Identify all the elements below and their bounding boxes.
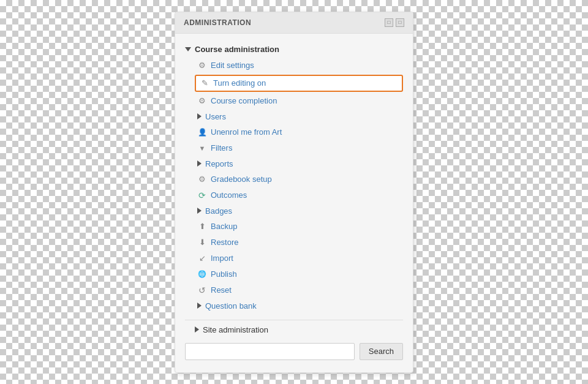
menu-item-unenrol[interactable]: 👤 Unenrol me from Art bbox=[195, 124, 403, 140]
admin-panel: ADMINISTRATION □ □ Course administration… bbox=[175, 12, 413, 373]
menu-item-badges[interactable]: Badges bbox=[195, 203, 403, 219]
restore-label: Restore bbox=[211, 238, 239, 247]
minimize-button[interactable]: □ bbox=[385, 18, 393, 27]
arrow-right-reports-icon bbox=[197, 160, 202, 167]
turn-editing-on-label: Turn editing on bbox=[213, 78, 266, 88]
backup-icon: ⬆ bbox=[197, 222, 207, 232]
users-label: Users bbox=[205, 112, 226, 121]
panel-body: Course administration Edit settings ✎ Tu… bbox=[175, 34, 413, 334]
menu-item-course-completion[interactable]: Course completion bbox=[195, 93, 403, 109]
menu-item-question-bank[interactable]: Question bank bbox=[195, 298, 403, 314]
import-label: Import bbox=[211, 254, 233, 263]
maximize-button[interactable]: □ bbox=[396, 18, 404, 27]
reset-label: Reset bbox=[211, 285, 232, 295]
person-icon: 👤 bbox=[197, 127, 207, 137]
panel-controls: □ □ bbox=[385, 18, 404, 27]
menu-item-edit-settings[interactable]: Edit settings bbox=[195, 58, 403, 73]
menu-item-reset[interactable]: ↺ Reset bbox=[195, 282, 403, 298]
outcomes-icon: ⟳ bbox=[197, 190, 207, 200]
arrow-right-badges-icon bbox=[197, 208, 202, 214]
menu-item-import[interactable]: ↙ Import bbox=[195, 250, 403, 266]
gradebook-label: Gradebook setup bbox=[211, 175, 272, 184]
course-admin-section-header[interactable]: Course administration bbox=[185, 41, 403, 58]
site-admin-label: Site administration bbox=[203, 325, 268, 334]
menu-item-users[interactable]: Users bbox=[195, 109, 403, 124]
filters-label: Filters bbox=[211, 143, 232, 152]
globe-icon: 🌐 bbox=[197, 269, 207, 279]
search-button[interactable]: Search bbox=[360, 343, 403, 360]
gear-icon bbox=[197, 61, 207, 70]
arrow-right-site-icon bbox=[195, 326, 199, 333]
collapse-triangle-icon bbox=[185, 47, 191, 51]
panel-title: ADMINISTRATION bbox=[184, 18, 251, 27]
menu-item-reports[interactable]: Reports bbox=[195, 156, 403, 171]
pencil-icon: ✎ bbox=[200, 78, 209, 88]
menu-item-backup[interactable]: ⬆ Backup bbox=[195, 219, 403, 235]
site-admin-section[interactable]: Site administration bbox=[185, 320, 403, 334]
search-input[interactable] bbox=[185, 343, 355, 360]
arrow-right-qbank-icon bbox=[197, 303, 202, 309]
menu-item-gradebook[interactable]: Gradebook setup bbox=[195, 171, 403, 187]
unenrol-label: Unenrol me from Art bbox=[211, 127, 282, 137]
menu-item-outcomes[interactable]: ⟳ Outcomes bbox=[195, 187, 403, 203]
publish-label: Publish bbox=[211, 269, 237, 279]
question-bank-label: Question bank bbox=[205, 301, 257, 311]
backup-label: Backup bbox=[211, 222, 237, 231]
panel-header: ADMINISTRATION □ □ bbox=[175, 12, 413, 34]
reset-icon: ↺ bbox=[197, 285, 207, 295]
edit-settings-label: Edit settings bbox=[211, 61, 254, 70]
menu-item-turn-editing-on[interactable]: ✎ Turn editing on bbox=[195, 75, 403, 92]
import-icon: ↙ bbox=[197, 254, 207, 263]
filter-icon: ▼ bbox=[197, 143, 207, 153]
course-admin-menu: Edit settings ✎ Turn editing on Course c… bbox=[185, 58, 403, 314]
menu-item-filters[interactable]: ▼ Filters bbox=[195, 140, 403, 156]
menu-item-publish[interactable]: 🌐 Publish bbox=[195, 266, 403, 282]
menu-item-restore[interactable]: ⬇ Restore bbox=[195, 235, 403, 250]
reports-label: Reports bbox=[205, 159, 233, 168]
gear-icon-gradebook bbox=[197, 175, 207, 184]
course-admin-label: Course administration bbox=[195, 45, 279, 54]
course-completion-label: Course completion bbox=[211, 96, 277, 105]
badges-label: Badges bbox=[205, 206, 232, 216]
arrow-right-icon bbox=[197, 113, 202, 119]
search-area: Search bbox=[175, 334, 413, 360]
outcomes-label: Outcomes bbox=[211, 190, 247, 200]
restore-icon: ⬇ bbox=[197, 238, 207, 247]
gear-icon-completion bbox=[197, 96, 207, 106]
